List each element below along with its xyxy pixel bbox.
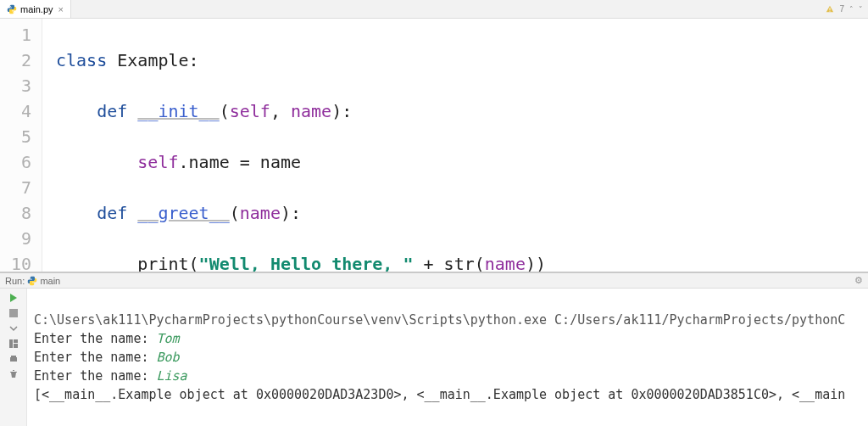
console-line: Enter the name:	[34, 368, 157, 384]
run-toolbar	[0, 289, 27, 426]
step-down-icon[interactable]	[8, 322, 19, 334]
console-output[interactable]: C:\Users\ak111\PycharmProjects\pythonCou…	[27, 289, 868, 426]
run-config-name[interactable]: main	[40, 276, 60, 286]
line-number: 8	[0, 200, 42, 226]
line-number: 2	[0, 48, 42, 73]
svg-point-1	[13, 12, 14, 13]
line-number: 1	[0, 22, 42, 48]
code-editor[interactable]: 1 2 3 4 5 6 7 8 9 10 11 class Example: d…	[0, 19, 868, 272]
file-tab-main-py[interactable]: main.py ×	[0, 0, 71, 18]
stop-button[interactable]	[8, 307, 19, 319]
run-label: Run:	[5, 276, 25, 286]
line-number: 6	[0, 149, 42, 175]
warning-count: 7	[839, 4, 844, 14]
trash-icon[interactable]	[8, 368, 19, 380]
close-icon[interactable]: ×	[58, 4, 64, 14]
rerun-button[interactable]	[8, 292, 19, 304]
interpreter-path: C:\Users\ak111\PycharmProjects\pythonCou…	[34, 312, 845, 328]
run-toolwindow: C:\Users\ak111\PycharmProjects\pythonCou…	[0, 289, 868, 426]
program-output: [<__main__.Example object at 0x0000020DA…	[34, 387, 845, 402]
print-icon[interactable]	[8, 353, 19, 365]
svg-rect-7	[14, 344, 18, 348]
line-number: 4	[0, 98, 42, 124]
code-line[interactable]: def __greet__(name):	[56, 200, 868, 226]
svg-rect-2	[830, 8, 831, 10]
line-number: 9	[0, 226, 42, 251]
line-number: 3	[0, 73, 42, 98]
svg-rect-6	[14, 339, 18, 343]
user-input: Tom	[157, 331, 180, 346]
code-line[interactable]: self.name = name	[56, 149, 868, 175]
user-input: Bob	[157, 350, 180, 365]
line-number: 7	[0, 175, 42, 200]
code-area[interactable]: class Example: def __init__(self, name):…	[42, 19, 868, 272]
code-line[interactable]: print("Well, Hello there, " + str(name))	[56, 251, 868, 272]
svg-rect-5	[9, 339, 13, 348]
user-input: Lisa	[157, 368, 187, 384]
line-number: 10	[0, 251, 42, 272]
file-tab-label: main.py	[20, 4, 53, 14]
run-toolwindow-header: Run: main ⚙	[0, 273, 868, 289]
svg-rect-3	[830, 10, 831, 11]
svg-rect-4	[9, 309, 18, 317]
code-line[interactable]: class Example:	[56, 48, 868, 73]
chevron-up-icon[interactable]: ˄	[849, 5, 854, 14]
layout-icon[interactable]	[8, 338, 19, 350]
editor-tab-bar: main.py × 7 ˄ ˅	[0, 0, 868, 19]
python-run-icon	[27, 276, 37, 286]
code-line[interactable]: def __init__(self, name):	[56, 98, 868, 124]
console-line: Enter the name:	[34, 350, 157, 365]
gear-icon[interactable]: ⚙	[854, 275, 863, 286]
chevron-down-icon[interactable]: ˅	[859, 5, 863, 14]
python-file-icon	[7, 4, 17, 14]
svg-rect-9	[11, 356, 16, 357]
console-line: Enter the name:	[34, 331, 157, 346]
line-number-gutter: 1 2 3 4 5 6 7 8 9 10 11	[0, 19, 42, 272]
line-number: 5	[0, 124, 42, 149]
svg-point-0	[10, 5, 11, 6]
warning-icon[interactable]	[826, 5, 834, 14]
svg-rect-8	[10, 357, 17, 362]
